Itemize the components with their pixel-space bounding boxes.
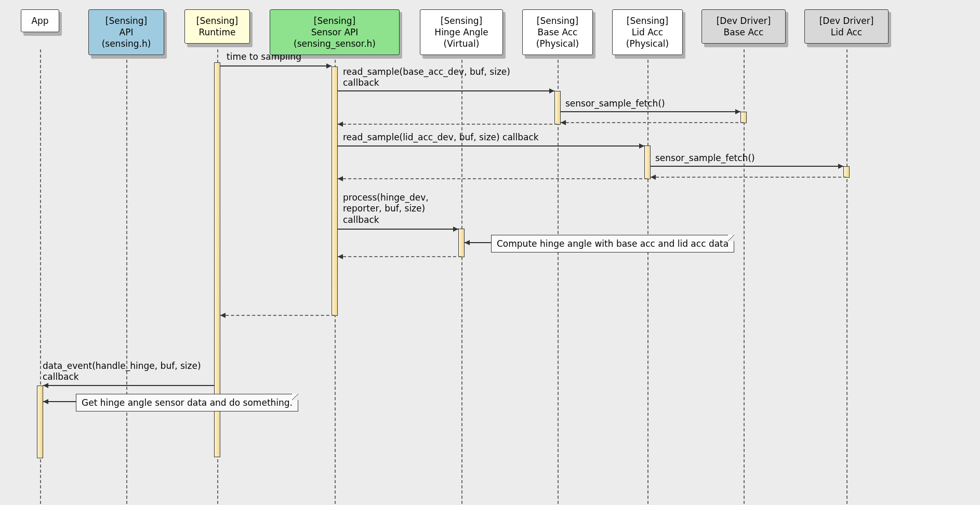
lifeline-api	[126, 49, 127, 504]
note-0: Compute hinge angle with base acc and li…	[491, 235, 734, 253]
msg-label-1: read_sample(base_acc_dev, buf, size) cal…	[343, 67, 510, 89]
arrow-1	[338, 90, 554, 91]
arrow-7	[651, 177, 846, 178]
arrowhead-10	[338, 254, 343, 259]
msg-label-2: sensor_sample_fetch()	[565, 98, 665, 109]
arrowhead-11	[220, 313, 226, 318]
activation-5	[843, 166, 850, 178]
arrowhead-6	[838, 164, 843, 169]
arrowhead-1	[549, 88, 554, 94]
arrow-9	[338, 229, 458, 230]
msg-label-9: process(hinge_dev, reporter, buf, size) …	[343, 192, 429, 225]
participant-api: [Sensing] API (sensing.h)	[88, 9, 164, 55]
msg-label-6: sensor_sample_fetch()	[655, 153, 755, 164]
participant-drvlid: [Dev Driver] Lid Acc	[804, 9, 889, 44]
activation-6	[458, 229, 465, 257]
arrowhead-7	[651, 175, 656, 180]
arrowhead-3	[561, 120, 566, 125]
arrow-12	[43, 385, 214, 386]
participant-runtime: [Sensing] Runtime	[184, 9, 250, 44]
participant-drvbase: [Dev Driver] Base Acc	[701, 9, 786, 44]
arrow-5	[338, 145, 644, 147]
note-1: Get hinge angle sensor data and do somet…	[76, 394, 298, 411]
participant-lidacc: [Sensing] Lid Acc (Physical)	[612, 9, 683, 55]
lifeline-drvlid	[846, 49, 847, 504]
activation-3	[740, 112, 747, 123]
arrow-3	[561, 122, 744, 123]
arrowhead-4	[338, 122, 343, 127]
participant-app: App	[21, 9, 59, 32]
arrowhead-0	[326, 63, 332, 69]
msg-label-12: data_event(handle_hinge, buf, size) call…	[43, 361, 201, 383]
msg-label-5: read_sample(lid_acc_dev, buf, size) call…	[343, 132, 539, 143]
activation-1	[332, 67, 338, 316]
participant-hinge: [Sensing] Hinge Angle (Virtual)	[420, 9, 503, 55]
arrow-0	[220, 65, 332, 67]
arrow-4	[338, 124, 558, 125]
activation-2	[554, 91, 561, 125]
participant-sensorapi: [Sensing] Sensor API (sensing_sensor.h)	[270, 9, 400, 55]
arrow-11	[220, 315, 335, 316]
arrow-2	[561, 111, 740, 112]
arrow-10	[338, 256, 461, 257]
lifeline-lidacc	[647, 49, 648, 504]
activation-7	[37, 386, 43, 458]
participant-baseacc: [Sensing] Base Acc (Physical)	[522, 9, 593, 55]
arrowhead-8	[338, 176, 343, 181]
activation-4	[644, 145, 651, 179]
arrow-6	[651, 166, 843, 167]
arrow-8	[338, 178, 647, 179]
note-connector-1	[43, 401, 76, 402]
arrowhead-5	[639, 143, 644, 149]
lifeline-hinge	[461, 49, 462, 504]
arrowhead-9	[453, 227, 458, 232]
arrowhead-12	[43, 383, 48, 388]
arrowhead-2	[735, 109, 740, 114]
note-connector-0	[465, 242, 491, 243]
